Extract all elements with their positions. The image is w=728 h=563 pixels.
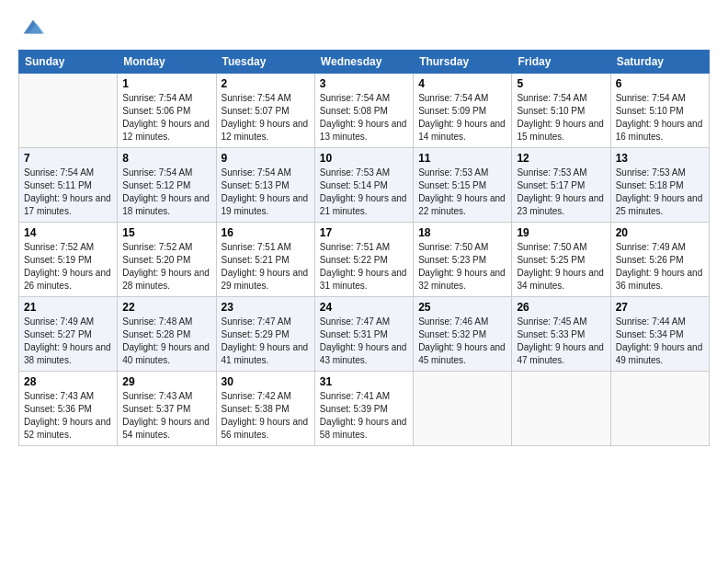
calendar-cell bbox=[19, 74, 118, 148]
calendar-week-row: 7Sunrise: 7:54 AMSunset: 5:11 PMDaylight… bbox=[19, 148, 710, 223]
day-number: 20 bbox=[616, 226, 704, 239]
day-info: Sunrise: 7:51 AMSunset: 5:22 PMDaylight:… bbox=[320, 241, 408, 293]
calendar-cell bbox=[414, 372, 512, 446]
calendar-week-row: 28Sunrise: 7:43 AMSunset: 5:36 PMDayligh… bbox=[19, 372, 710, 446]
day-number: 11 bbox=[418, 152, 506, 165]
calendar-cell: 11Sunrise: 7:53 AMSunset: 5:15 PMDayligh… bbox=[414, 148, 512, 223]
calendar-cell: 3Sunrise: 7:54 AMSunset: 5:08 PMDaylight… bbox=[314, 74, 413, 148]
calendar-cell: 10Sunrise: 7:53 AMSunset: 5:14 PMDayligh… bbox=[314, 148, 413, 223]
day-info: Sunrise: 7:52 AMSunset: 5:19 PMDaylight:… bbox=[24, 241, 112, 293]
day-number: 4 bbox=[418, 77, 506, 90]
day-number: 22 bbox=[122, 301, 210, 314]
logo-icon bbox=[20, 15, 46, 40]
calendar-cell: 20Sunrise: 7:49 AMSunset: 5:26 PMDayligh… bbox=[610, 223, 709, 297]
weekday-header-friday: Friday bbox=[512, 51, 610, 74]
day-number: 19 bbox=[517, 226, 605, 239]
day-number: 8 bbox=[122, 152, 210, 165]
day-number: 23 bbox=[222, 301, 310, 314]
day-info: Sunrise: 7:42 AMSunset: 5:38 PMDaylight:… bbox=[222, 390, 310, 442]
weekday-header-monday: Monday bbox=[118, 51, 216, 74]
page: SundayMondayTuesdayWednesdayThursdayFrid… bbox=[0, 0, 728, 563]
day-number: 7 bbox=[24, 152, 112, 165]
day-info: Sunrise: 7:53 AMSunset: 5:18 PMDaylight:… bbox=[616, 167, 704, 218]
calendar-cell: 15Sunrise: 7:52 AMSunset: 5:20 PMDayligh… bbox=[118, 223, 216, 297]
day-info: Sunrise: 7:54 AMSunset: 5:08 PMDaylight:… bbox=[320, 92, 408, 144]
day-number: 12 bbox=[517, 152, 605, 165]
day-info: Sunrise: 7:50 AMSunset: 5:23 PMDaylight:… bbox=[418, 241, 506, 293]
day-number: 31 bbox=[320, 375, 408, 388]
day-number: 9 bbox=[222, 152, 310, 165]
calendar-cell: 31Sunrise: 7:41 AMSunset: 5:39 PMDayligh… bbox=[314, 372, 413, 446]
calendar-cell: 25Sunrise: 7:46 AMSunset: 5:32 PMDayligh… bbox=[414, 297, 512, 372]
calendar-cell: 30Sunrise: 7:42 AMSunset: 5:38 PMDayligh… bbox=[216, 372, 314, 446]
calendar-cell: 8Sunrise: 7:54 AMSunset: 5:12 PMDaylight… bbox=[118, 148, 216, 223]
calendar-cell: 12Sunrise: 7:53 AMSunset: 5:17 PMDayligh… bbox=[512, 148, 610, 223]
day-info: Sunrise: 7:47 AMSunset: 5:31 PMDaylight:… bbox=[320, 316, 408, 367]
day-info: Sunrise: 7:45 AMSunset: 5:33 PMDaylight:… bbox=[517, 316, 605, 367]
weekday-header-wednesday: Wednesday bbox=[314, 51, 413, 74]
header bbox=[18, 15, 710, 40]
day-number: 24 bbox=[320, 301, 408, 314]
day-info: Sunrise: 7:54 AMSunset: 5:11 PMDaylight:… bbox=[24, 167, 112, 218]
day-info: Sunrise: 7:54 AMSunset: 5:06 PMDaylight:… bbox=[122, 92, 210, 144]
calendar-cell: 18Sunrise: 7:50 AMSunset: 5:23 PMDayligh… bbox=[414, 223, 512, 297]
calendar-cell: 29Sunrise: 7:43 AMSunset: 5:37 PMDayligh… bbox=[118, 372, 216, 446]
day-info: Sunrise: 7:47 AMSunset: 5:29 PMDaylight:… bbox=[222, 316, 310, 367]
calendar-cell: 16Sunrise: 7:51 AMSunset: 5:21 PMDayligh… bbox=[216, 223, 314, 297]
day-number: 16 bbox=[222, 226, 310, 239]
day-info: Sunrise: 7:46 AMSunset: 5:32 PMDaylight:… bbox=[418, 316, 506, 367]
day-info: Sunrise: 7:50 AMSunset: 5:25 PMDaylight:… bbox=[517, 241, 605, 293]
day-number: 15 bbox=[122, 226, 210, 239]
calendar-cell: 13Sunrise: 7:53 AMSunset: 5:18 PMDayligh… bbox=[610, 148, 709, 223]
calendar-week-row: 14Sunrise: 7:52 AMSunset: 5:19 PMDayligh… bbox=[19, 223, 710, 297]
calendar-cell: 5Sunrise: 7:54 AMSunset: 5:10 PMDaylight… bbox=[512, 74, 610, 148]
day-info: Sunrise: 7:54 AMSunset: 5:09 PMDaylight:… bbox=[418, 92, 506, 144]
calendar-cell: 21Sunrise: 7:49 AMSunset: 5:27 PMDayligh… bbox=[19, 297, 118, 372]
calendar-cell: 4Sunrise: 7:54 AMSunset: 5:09 PMDaylight… bbox=[414, 74, 512, 148]
calendar-cell: 1Sunrise: 7:54 AMSunset: 5:06 PMDaylight… bbox=[118, 74, 216, 148]
calendar-table: SundayMondayTuesdayWednesdayThursdayFrid… bbox=[18, 50, 710, 446]
calendar-week-row: 1Sunrise: 7:54 AMSunset: 5:06 PMDaylight… bbox=[19, 74, 710, 148]
day-info: Sunrise: 7:44 AMSunset: 5:34 PMDaylight:… bbox=[616, 316, 704, 367]
day-number: 30 bbox=[222, 375, 310, 388]
day-number: 13 bbox=[616, 152, 704, 165]
day-info: Sunrise: 7:43 AMSunset: 5:36 PMDaylight:… bbox=[24, 390, 112, 442]
calendar-cell: 6Sunrise: 7:54 AMSunset: 5:10 PMDaylight… bbox=[610, 74, 709, 148]
day-number: 1 bbox=[122, 77, 210, 90]
calendar-cell: 9Sunrise: 7:54 AMSunset: 5:13 PMDaylight… bbox=[216, 148, 314, 223]
day-number: 2 bbox=[222, 77, 310, 90]
day-info: Sunrise: 7:53 AMSunset: 5:15 PMDaylight:… bbox=[418, 167, 506, 218]
day-number: 14 bbox=[24, 226, 112, 239]
day-number: 3 bbox=[320, 77, 408, 90]
day-number: 27 bbox=[616, 301, 704, 314]
calendar-cell: 28Sunrise: 7:43 AMSunset: 5:36 PMDayligh… bbox=[19, 372, 118, 446]
day-number: 25 bbox=[418, 301, 506, 314]
day-number: 10 bbox=[320, 152, 408, 165]
day-info: Sunrise: 7:49 AMSunset: 5:26 PMDaylight:… bbox=[616, 241, 704, 293]
weekday-header-thursday: Thursday bbox=[414, 51, 512, 74]
day-info: Sunrise: 7:54 AMSunset: 5:10 PMDaylight:… bbox=[616, 92, 704, 144]
day-number: 6 bbox=[616, 77, 704, 90]
day-info: Sunrise: 7:54 AMSunset: 5:07 PMDaylight:… bbox=[222, 92, 310, 144]
day-info: Sunrise: 7:54 AMSunset: 5:12 PMDaylight:… bbox=[122, 167, 210, 218]
day-number: 26 bbox=[517, 301, 605, 314]
day-number: 18 bbox=[418, 226, 506, 239]
calendar-cell: 19Sunrise: 7:50 AMSunset: 5:25 PMDayligh… bbox=[512, 223, 610, 297]
weekday-header-saturday: Saturday bbox=[610, 51, 709, 74]
day-info: Sunrise: 7:54 AMSunset: 5:13 PMDaylight:… bbox=[222, 167, 310, 218]
day-info: Sunrise: 7:41 AMSunset: 5:39 PMDaylight:… bbox=[320, 390, 408, 442]
day-info: Sunrise: 7:51 AMSunset: 5:21 PMDaylight:… bbox=[222, 241, 310, 293]
calendar-cell bbox=[610, 372, 709, 446]
day-info: Sunrise: 7:48 AMSunset: 5:28 PMDaylight:… bbox=[122, 316, 210, 367]
calendar-cell: 7Sunrise: 7:54 AMSunset: 5:11 PMDaylight… bbox=[19, 148, 118, 223]
day-number: 17 bbox=[320, 226, 408, 239]
calendar-cell: 23Sunrise: 7:47 AMSunset: 5:29 PMDayligh… bbox=[216, 297, 314, 372]
calendar-week-row: 21Sunrise: 7:49 AMSunset: 5:27 PMDayligh… bbox=[19, 297, 710, 372]
calendar-cell: 26Sunrise: 7:45 AMSunset: 5:33 PMDayligh… bbox=[512, 297, 610, 372]
weekday-header-tuesday: Tuesday bbox=[216, 51, 314, 74]
calendar-cell: 17Sunrise: 7:51 AMSunset: 5:22 PMDayligh… bbox=[314, 223, 413, 297]
calendar-cell bbox=[512, 372, 610, 446]
day-number: 29 bbox=[122, 375, 210, 388]
day-info: Sunrise: 7:54 AMSunset: 5:10 PMDaylight:… bbox=[517, 92, 605, 144]
calendar-cell: 24Sunrise: 7:47 AMSunset: 5:31 PMDayligh… bbox=[314, 297, 413, 372]
